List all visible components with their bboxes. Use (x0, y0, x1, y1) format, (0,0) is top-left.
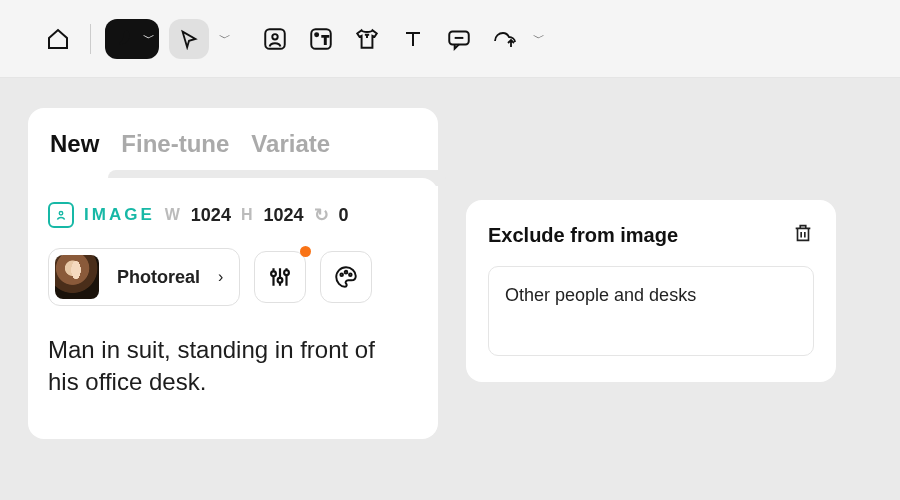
chevron-down-icon[interactable]: ﹀ (533, 30, 545, 47)
rotate-icon: ↻ (314, 204, 329, 226)
exclude-title: Exclude from image (488, 224, 678, 247)
rotation-value[interactable]: 0 (339, 205, 349, 226)
exclude-header: Exclude from image (488, 222, 814, 248)
person-icon (54, 208, 68, 222)
height-label: H (241, 206, 254, 224)
pointer-tool-group[interactable] (169, 19, 209, 59)
chevron-down-icon[interactable]: ﹀ (143, 30, 155, 47)
svg-point-3 (315, 33, 318, 36)
brush-tool-group[interactable]: ﹀ (105, 19, 159, 59)
width-label: W (165, 206, 181, 224)
delete-exclude-button[interactable] (792, 222, 814, 248)
height-value[interactable]: 1024 (263, 205, 303, 226)
trash-icon (792, 222, 814, 244)
canvas-area: New Fine-tune Variate IMAGE W 1024 H 102… (0, 78, 900, 469)
image-type-icon[interactable] (48, 202, 74, 228)
svg-point-1 (272, 34, 277, 39)
top-toolbar: ﹀ ﹀ T ﹀ (0, 0, 900, 78)
home-button[interactable] (40, 21, 76, 57)
image-type-label: IMAGE (84, 205, 155, 225)
meta-row: IMAGE W 1024 H 1024 ↻ 0 (48, 202, 418, 228)
chat-button[interactable] (441, 21, 477, 57)
svg-point-6 (59, 212, 63, 216)
style-name: Photoreal (117, 267, 200, 288)
sliders-icon (267, 264, 293, 290)
svg-point-9 (284, 270, 289, 275)
text-button[interactable] (395, 21, 431, 57)
style-selector[interactable]: Photoreal › (48, 248, 240, 306)
prompt-panel: New Fine-tune Variate IMAGE W 1024 H 102… (28, 108, 438, 439)
chat-icon (446, 26, 472, 52)
exclude-panel: Exclude from image Other people and desk… (466, 200, 836, 382)
tab-variate[interactable]: Variate (251, 130, 330, 158)
text-icon (401, 27, 425, 51)
tshirt-button[interactable] (349, 21, 385, 57)
portrait-button[interactable] (257, 21, 293, 57)
brush-button[interactable] (109, 23, 141, 55)
toolbar-divider (90, 24, 91, 54)
notification-dot (300, 246, 311, 257)
svg-point-8 (278, 278, 283, 283)
chevron-right-icon: › (218, 268, 223, 286)
palette-button[interactable] (320, 251, 372, 303)
panel-body: IMAGE W 1024 H 1024 ↻ 0 Photoreal › (28, 178, 438, 399)
tshirt-icon (354, 26, 380, 52)
mode-tabs: New Fine-tune Variate (28, 108, 438, 172)
style-row: Photoreal › (48, 248, 418, 306)
image-upload-button[interactable] (487, 21, 523, 57)
pointer-icon (178, 28, 200, 50)
image-upload-icon (491, 27, 519, 51)
svg-point-11 (345, 271, 348, 274)
type-box-icon: T (308, 26, 334, 52)
type-box-button[interactable]: T (303, 21, 339, 57)
sliders-button[interactable] (254, 251, 306, 303)
brush-icon (114, 28, 136, 50)
svg-point-7 (271, 271, 276, 276)
palette-icon (333, 264, 359, 290)
pointer-button[interactable] (173, 23, 205, 55)
chevron-down-icon[interactable]: ﹀ (219, 30, 231, 47)
prompt-text[interactable]: Man in suit, standing in front of his of… (48, 334, 418, 399)
svg-text:T: T (322, 34, 329, 46)
portrait-icon (262, 26, 288, 52)
svg-point-12 (349, 274, 352, 277)
exclude-input[interactable]: Other people and desks (488, 266, 814, 356)
tab-fine-tune[interactable]: Fine-tune (121, 130, 229, 158)
tab-new[interactable]: New (50, 130, 99, 158)
width-value[interactable]: 1024 (191, 205, 231, 226)
home-icon (46, 27, 70, 51)
svg-point-10 (341, 274, 344, 277)
style-thumbnail (55, 255, 99, 299)
